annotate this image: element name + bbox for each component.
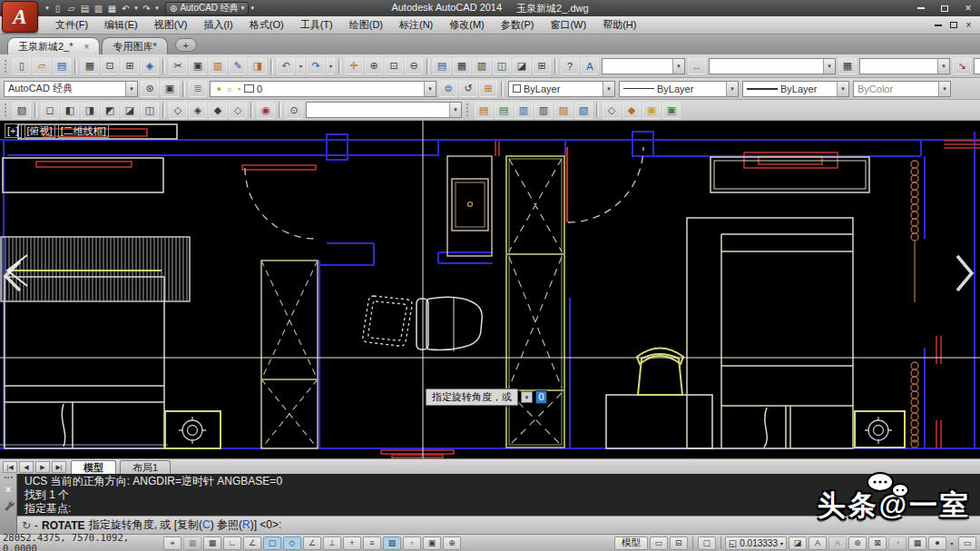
workspace-settings-icon[interactable]: ⊛ — [141, 80, 159, 97]
menu-edit[interactable]: 编辑(E) — [96, 16, 146, 34]
mleader-style-icon[interactable]: ↘ — [953, 57, 971, 74]
copy-icon[interactable]: ▣ — [189, 57, 207, 74]
layer-states-icon[interactable]: ⊞ — [479, 80, 497, 97]
object-snap-toggle[interactable]: ▢ — [263, 536, 281, 550]
polar-tracking-toggle[interactable]: ∠ — [243, 536, 261, 550]
plot-icon[interactable]: ▦ — [81, 57, 99, 74]
unlock-layer-icon[interactable]: ▣ — [642, 102, 661, 119]
lock-layer-icon[interactable]: ◆ — [622, 102, 641, 119]
revolve-icon[interactable]: ◩ — [101, 102, 119, 119]
mleader-style-combo[interactable]: ▾ — [974, 58, 980, 74]
menu-window[interactable]: 窗口(W) — [542, 16, 594, 34]
prev-image-chevron[interactable] — [2, 259, 24, 293]
export-dwf-icon[interactable]: ◈ — [141, 57, 159, 74]
redo-caret-icon[interactable]: ▾ — [327, 57, 335, 74]
prev-tab-button[interactable]: ◀ — [19, 461, 34, 473]
annotation-visibility-icon[interactable]: ◪ — [789, 536, 807, 550]
layer-freeze-icon[interactable]: ▧ — [574, 102, 593, 119]
table-style-combo[interactable]: ▾ — [859, 58, 950, 74]
redo-icon[interactable]: ↷ — [307, 57, 325, 74]
make-object-layer-current-icon[interactable]: ⊜ — [439, 80, 457, 97]
sheet-set-manager-icon[interactable]: ◫ — [493, 57, 511, 74]
copy-to-new-layer-icon[interactable]: ▥ — [534, 102, 553, 119]
close-button[interactable]: × — [956, 1, 980, 15]
next-image-chevron[interactable] — [953, 253, 976, 293]
layer-walk-icon[interactable]: ▤ — [475, 102, 493, 119]
menu-tools[interactable]: 工具(T) — [292, 16, 341, 34]
combo-caret-icon[interactable]: ▾ — [823, 59, 835, 74]
menu-file[interactable]: 文件(F) — [47, 16, 96, 34]
object-snap-tracking-toggle[interactable]: ∠ — [303, 536, 321, 550]
sweep-icon[interactable]: ◨ — [81, 102, 99, 119]
realistic-style-icon[interactable]: ◇ — [229, 102, 247, 119]
qat-undo-caret-icon[interactable]: ▾ — [132, 2, 140, 15]
combo-caret-icon[interactable]: ▾ — [937, 59, 949, 74]
annotation-autoscale-icon[interactable]: A — [808, 536, 827, 550]
dim-style-combo[interactable]: ▾ — [709, 58, 836, 74]
match-properties-icon[interactable]: ✎ — [229, 57, 247, 74]
search-combo[interactable]: ▾ — [306, 102, 462, 118]
paste-icon[interactable]: ▥ — [209, 57, 227, 74]
qat-saveas-icon[interactable]: ▥ — [92, 2, 105, 15]
change-to-current-layer-icon[interactable]: ▥ — [514, 102, 533, 119]
layer-merge-icon[interactable]: ▨ — [554, 102, 573, 119]
status-menu-caret-icon[interactable]: ▾ — [948, 536, 956, 550]
layer-match-icon[interactable]: ▤ — [495, 102, 513, 119]
annotation-monitor-toggle[interactable]: ⊕ — [443, 536, 461, 550]
qat-new-icon[interactable]: ▯ — [51, 2, 64, 15]
box-primitive-icon[interactable]: ◻ — [41, 102, 59, 119]
menu-insert[interactable]: 插入(I) — [195, 16, 240, 34]
text-style-combo[interactable]: ▾ — [602, 58, 685, 74]
menu-help[interactable]: 帮助(H) — [594, 16, 644, 34]
hardware-accel-icon[interactable]: ● — [928, 536, 946, 550]
drawing-area[interactable]: [+] [俯视] [二维线框] 指定旋转角度，或 ▾ 0 — [0, 121, 980, 458]
command-wrench-icon[interactable] — [3, 499, 15, 511]
transparency-toggle[interactable]: ▨ — [383, 536, 401, 550]
dynamic-input-cycle-icon[interactable]: ▾ — [521, 391, 533, 403]
toolbar-lock-icon[interactable]: ⊠ — [868, 536, 887, 550]
layer-combo[interactable]: ●☼▪ 0 ▾ — [210, 81, 436, 97]
quick-properties-toggle[interactable]: ▫ — [403, 536, 421, 550]
snap-mode-toggle[interactable]: ▦ — [183, 536, 201, 550]
workspace-save-icon[interactable]: ▣ — [161, 80, 179, 97]
menu-format[interactable]: 格式(O) — [241, 16, 292, 34]
menu-dimension[interactable]: 标注(N) — [391, 16, 441, 34]
qat-save-icon[interactable]: ▤ — [78, 2, 92, 15]
layer-properties-manager-icon[interactable]: ≣ — [189, 80, 207, 97]
app-menu-caret-icon[interactable]: ▾ — [44, 2, 51, 15]
designcenter-icon[interactable]: ▦ — [453, 57, 471, 74]
hidden-style-icon[interactable]: ◈ — [189, 102, 207, 119]
tab-close-icon[interactable]: × — [84, 42, 90, 52]
menu-view[interactable]: 视图(V) — [146, 16, 196, 34]
command-close-icon[interactable]: × — [5, 485, 11, 495]
viewport-style-control[interactable]: [二维线框] — [58, 123, 109, 138]
combo-caret-icon[interactable]: ▾ — [672, 59, 684, 74]
isolate-objects-icon[interactable]: ◔ — [888, 536, 906, 550]
combo-caret-icon[interactable]: ▾ — [424, 82, 436, 96]
color-combo[interactable]: ByLayer ▾ — [508, 81, 615, 97]
dynamic-input-toggle[interactable]: + — [343, 536, 361, 550]
minimize-button[interactable] — [909, 1, 933, 15]
zoom-search-icon[interactable]: ⊙ — [285, 102, 303, 119]
new-icon[interactable]: ▯ — [13, 57, 31, 74]
first-tab-button[interactable]: |◀ — [3, 461, 17, 473]
file-tab-library[interactable]: 专用图库* — [102, 37, 167, 54]
turn-layer-off-icon[interactable]: ◇ — [603, 102, 621, 119]
undo-icon[interactable]: ↶ — [277, 57, 295, 74]
qat-redo-caret-icon[interactable]: ▾ — [153, 2, 161, 15]
viewport-preview-icon[interactable]: ▢ — [698, 536, 716, 550]
text-style-icon[interactable]: A — [581, 57, 599, 74]
combo-caret-icon[interactable]: ▾ — [603, 82, 614, 96]
file-tab-yuquan[interactable]: 玉泉新城2_* × — [7, 37, 100, 54]
model-tab[interactable]: 模型 — [71, 460, 116, 474]
annotation-scale-button[interactable]: ◱ 0.013333 ▾ — [725, 536, 787, 550]
3d-object-snap-toggle[interactable]: ◇ — [283, 536, 301, 550]
extrude-icon[interactable]: ◧ — [61, 102, 79, 119]
annotation-person-icon[interactable]: A — [828, 536, 847, 550]
qat-plot-icon[interactable]: ▦ — [105, 2, 119, 15]
layout1-tab[interactable]: 布局1 — [120, 460, 171, 474]
next-tab-button[interactable]: ▶ — [35, 461, 50, 473]
doc-restore-button[interactable] — [946, 19, 961, 32]
quick-view-layouts-icon[interactable]: ▭ — [650, 536, 668, 550]
markup-icon[interactable]: ◪ — [513, 57, 531, 74]
